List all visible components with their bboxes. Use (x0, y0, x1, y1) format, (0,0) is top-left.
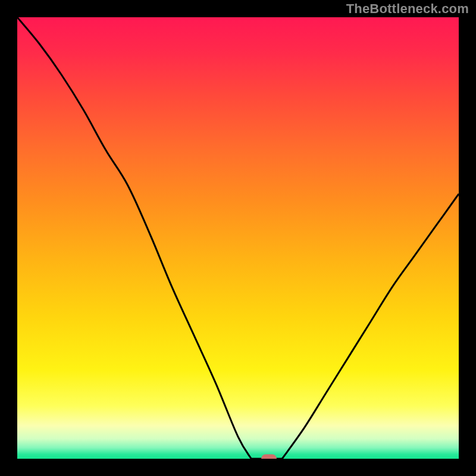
left-segment-curve (17, 17, 251, 459)
watermark-text: TheBottleneck.com (346, 1, 469, 17)
chart-frame: TheBottleneck.com (0, 0, 476, 476)
plot-area (17, 17, 459, 459)
curve-layer (17, 17, 459, 459)
minimum-marker (261, 455, 277, 459)
right-segment-curve (282, 194, 459, 459)
